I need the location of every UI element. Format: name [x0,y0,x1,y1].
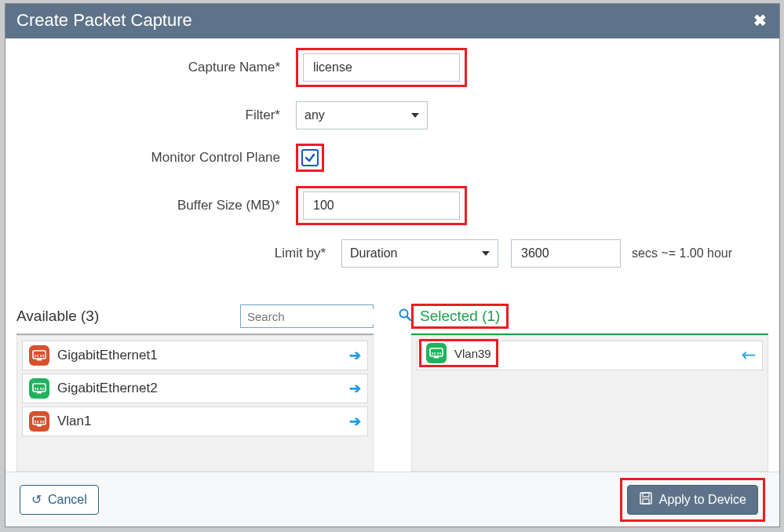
monitor-checkbox[interactable] [301,149,319,166]
highlight-selected-item: Vlan39 [419,339,498,367]
ethernet-port-icon [29,345,49,366]
label-buffer: Buffer Size (MB)* [5,198,296,213]
available-column: Available (3) GigabitEthernet1➔GigabitEt… [16,301,374,472]
svg-rect-3 [37,359,42,361]
undo-icon: ↺ [31,492,42,507]
buffer-size-input[interactable] [303,191,460,220]
available-search-input[interactable] [246,309,398,324]
arrow-right-icon[interactable]: ➔ [349,347,361,364]
available-list: GigabitEthernet1➔GigabitEthernet2➔Vlan1➔ [16,335,374,472]
capture-name-input[interactable] [303,53,460,82]
selected-item-label: Vlan39 [454,347,491,360]
search-icon [398,308,412,326]
available-item[interactable]: GigabitEthernet1➔ [22,341,368,370]
selected-header: Selected (1) [411,301,768,332]
arrow-left-icon[interactable]: 🡐 [742,348,756,364]
limit-mode-select[interactable]: Duration [341,239,498,268]
svg-rect-21 [434,356,439,359]
available-item[interactable]: Vlan1➔ [22,406,368,436]
apply-button[interactable]: Apply to Device [627,485,758,515]
cancel-button-label: Cancel [48,493,87,507]
limit-hint: secs ~= 1.00 hour [632,246,732,261]
svg-rect-26 [640,493,651,504]
row-monitor: Monitor Control Plane [5,144,779,172]
modal-title: Create Packet Capture [16,10,192,31]
svg-rect-15 [37,425,42,427]
label-limit: Limit by* [5,246,341,261]
arrow-right-icon[interactable]: ➔ [349,413,361,430]
cancel-button[interactable]: ↺ Cancel [20,485,99,515]
label-filter: Filter* [5,107,296,123]
available-item-label: GigabitEthernet2 [57,381,158,396]
highlight-buffer [296,186,467,225]
ethernet-port-icon [29,411,49,432]
row-buffer: Buffer Size (MB)* [5,186,779,225]
filter-select-value: any [304,108,325,122]
arrow-right-icon[interactable]: ➔ [349,380,361,397]
modal-body: Capture Name* Filter* any Monitor Contro… [5,38,779,472]
available-header: Available (3) [16,301,374,332]
svg-rect-28 [643,499,649,504]
limit-value-input[interactable] [511,239,621,268]
ethernet-port-icon [426,343,447,363]
selected-item[interactable]: Vlan39🡐 [417,341,763,370]
create-packet-capture-modal: Create Packet Capture ✖ Capture Name* Fi… [5,3,780,527]
svg-rect-27 [643,493,649,497]
svg-line-1 [407,316,411,320]
highlight-apply: Apply to Device [620,478,765,522]
highlight-capture-name [296,48,467,87]
ethernet-port-icon [29,378,49,399]
modal-header: Create Packet Capture ✖ [5,4,779,38]
chevron-down-icon [411,113,419,118]
highlight-selected-title: Selected (1) [411,304,509,329]
check-icon [304,152,315,163]
svg-rect-9 [37,392,42,394]
highlight-monitor [296,144,324,172]
modal-footer: ↺ Cancel Apply to Device [5,472,779,527]
available-title: Available (3) [16,308,99,325]
available-search[interactable] [240,304,374,328]
form-area: Capture Name* Filter* any Monitor Contro… [5,38,779,268]
label-monitor: Monitor Control Plane [5,150,296,166]
close-icon[interactable]: ✖ [753,11,767,30]
limit-mode-value: Duration [350,246,397,261]
row-capture-name: Capture Name* [5,48,779,87]
row-filter: Filter* any [5,101,779,129]
save-icon [639,491,653,508]
selected-title: Selected (1) [420,308,500,325]
available-item-label: Vlan1 [57,414,91,429]
selected-list: Vlan39🡐 [411,335,768,472]
chevron-down-icon [482,251,490,256]
available-item[interactable]: GigabitEthernet2➔ [22,373,368,403]
selected-column: Selected (1) Vlan39🡐 [411,301,768,472]
filter-select[interactable]: any [296,101,428,129]
row-limit: Limit by* Duration secs ~= 1.00 hour [5,239,779,268]
apply-button-label: Apply to Device [659,493,746,507]
label-capture-name: Capture Name* [5,60,296,75]
interface-lists: Available (3) GigabitEthernet1➔GigabitEt… [16,301,768,472]
available-item-label: GigabitEthernet1 [57,348,158,363]
